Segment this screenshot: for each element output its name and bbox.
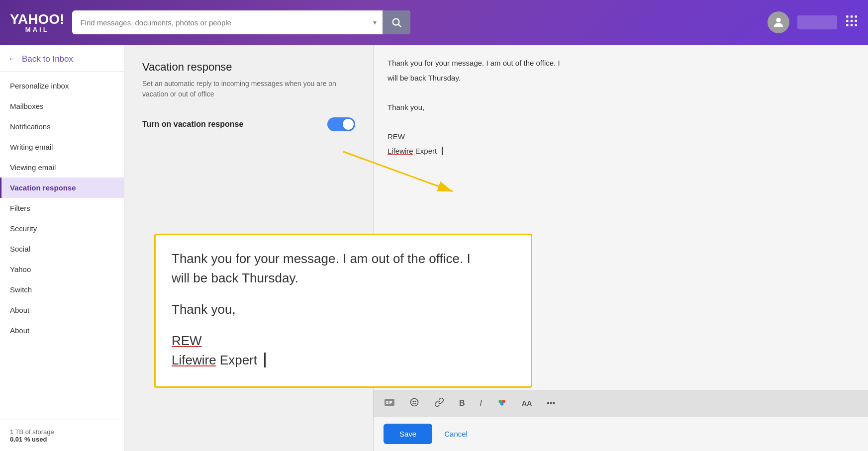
toolbar-italic-button[interactable]: I: [477, 397, 485, 410]
svg-rect-7: [851, 20, 853, 22]
main-layout: ← Back to Inbox Personalize inbox Mailbo…: [0, 45, 868, 451]
toolbar-bold-button[interactable]: B: [456, 397, 468, 410]
back-arrow-icon: ←: [8, 54, 17, 64]
gif-icon: GIF: [385, 398, 394, 406]
zoom-line-2: will be back Thursday.: [172, 269, 515, 288]
search-icon: [391, 17, 402, 28]
toolbar-gif-button[interactable]: GIF: [382, 396, 397, 410]
sidebar-item-viewing[interactable]: Viewing email: [0, 157, 124, 178]
svg-rect-6: [846, 20, 848, 22]
sidebar-item-yahoo[interactable]: Yahoo: [0, 259, 99, 279]
zoom-cursor: [261, 353, 266, 367]
sidebar-item-writing[interactable]: Writing email: [0, 137, 124, 157]
zoom-line-4: Thank you,: [172, 300, 515, 319]
search-bar: ▾: [72, 10, 410, 34]
apps-grid-icon: [845, 14, 858, 27]
toggle-row: Turn on vacation response: [142, 117, 355, 131]
zoom-line-7: Lifewire Expert: [172, 351, 515, 370]
storage-used: 0.01 % used: [10, 436, 114, 443]
sidebar-item-social[interactable]: Social: [0, 239, 99, 259]
svg-point-19: [500, 402, 504, 406]
user-name[interactable]: [797, 15, 837, 29]
zoom-lifewire-text: Lifewire: [172, 353, 216, 367]
logo-sub-text: MAIL: [10, 26, 64, 33]
svg-point-0: [393, 19, 399, 25]
svg-rect-9: [846, 24, 848, 26]
search-dropdown-icon[interactable]: ▾: [367, 18, 383, 26]
editor-expert-text: Expert: [415, 147, 437, 155]
svg-point-15: [413, 401, 414, 402]
zoom-line-6: REW: [172, 331, 515, 351]
editor-line-6: REW: [387, 130, 854, 143]
svg-rect-11: [855, 24, 857, 26]
toolbar-emoji-button[interactable]: [406, 395, 422, 411]
sidebar: ← Back to Inbox Personalize inbox Mailbo…: [0, 45, 124, 451]
svg-rect-3: [846, 15, 848, 17]
editor-line-2: will be back Thursday.: [387, 72, 854, 85]
settings-title: Vacation response: [142, 61, 355, 74]
back-to-inbox-label: Back to Inbox: [22, 54, 73, 64]
editor-line-4: Thank you,: [387, 101, 854, 114]
header: YAHOO! MAIL ▾: [0, 0, 868, 45]
svg-rect-10: [851, 24, 853, 26]
editor-line-3: [387, 86, 854, 99]
storage-label: 1 TB of storage: [10, 428, 114, 436]
toggle-thumb: [343, 119, 354, 130]
editor-toolbar: GIF B: [374, 390, 868, 416]
user-icon: [772, 15, 785, 29]
svg-line-1: [399, 24, 401, 27]
zoom-line-1: Thank you for your message. I am out of …: [172, 249, 515, 269]
svg-point-16: [415, 401, 416, 402]
sidebar-item-personalize[interactable]: Personalize inbox: [0, 76, 124, 96]
sidebar-nav: Personalize inbox Mailboxes Notification…: [0, 72, 124, 420]
sidebar-item-mailboxes[interactable]: Mailboxes: [0, 96, 124, 116]
logo-main-text: YAHOO!: [10, 11, 64, 27]
sidebar-footer: 1 TB of storage 0.01 % used: [0, 420, 124, 451]
sidebar-item-about2[interactable]: About: [0, 320, 99, 341]
svg-rect-5: [855, 15, 857, 17]
sidebar-item-notifications[interactable]: Notifications: [0, 116, 124, 137]
editor-cursor: [439, 147, 442, 155]
header-right: [768, 11, 858, 33]
settings-description: Set an automatic reply to incoming messa…: [142, 79, 355, 99]
toolbar-link-button[interactable]: [431, 395, 447, 411]
toolbar-more-button[interactable]: •••: [544, 397, 558, 410]
zoom-overlay: Thank you for your message. I am out of …: [154, 234, 532, 388]
zoom-expert-text: Expert: [220, 353, 257, 367]
link-icon: [434, 397, 444, 407]
sidebar-item-vacation[interactable]: Vacation response: [0, 178, 124, 198]
save-button[interactable]: Save: [384, 424, 432, 444]
emoji-icon: [409, 397, 419, 407]
svg-rect-8: [855, 20, 857, 22]
grid-icon[interactable]: [845, 14, 858, 30]
editor-line-1: Thank you for your message. I am out of …: [387, 57, 854, 70]
editor-lifewire-text: Lifewire: [387, 147, 413, 155]
sidebar-item-about1[interactable]: About: [0, 300, 99, 320]
color-icon: [497, 397, 507, 407]
toggle-track: [327, 117, 355, 131]
sidebar-item-filters[interactable]: Filters: [0, 198, 99, 218]
toggle-label: Turn on vacation response: [142, 120, 243, 129]
search-input[interactable]: [72, 18, 367, 27]
svg-point-14: [411, 399, 418, 406]
sidebar-item-switch[interactable]: Switch: [0, 279, 99, 300]
main-content: Vacation response Set an automatic reply…: [124, 45, 868, 451]
toolbar-color-button[interactable]: [494, 395, 510, 411]
cancel-button[interactable]: Cancel: [444, 430, 468, 438]
svg-text:GIF: GIF: [386, 400, 392, 405]
sidebar-item-security[interactable]: Security: [0, 218, 99, 239]
editor-actions: Save Cancel: [374, 416, 868, 451]
svg-rect-4: [851, 15, 853, 17]
vacation-toggle[interactable]: [327, 117, 355, 131]
editor-line-5: [387, 115, 854, 128]
yahoo-logo: YAHOO! MAIL: [10, 12, 64, 33]
editor-line-7: Lifewire Expert: [387, 145, 854, 158]
back-to-inbox-button[interactable]: ← Back to Inbox: [0, 45, 124, 72]
svg-point-2: [776, 18, 780, 22]
search-button[interactable]: [383, 10, 410, 34]
toolbar-fontsize-button[interactable]: AA: [519, 397, 535, 409]
avatar[interactable]: [768, 11, 789, 33]
